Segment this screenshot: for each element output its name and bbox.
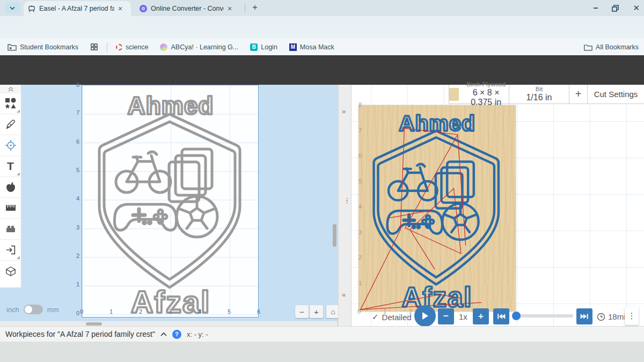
zoom-out-button[interactable]: − bbox=[295, 305, 309, 318]
minimize-button[interactable]: – bbox=[594, 3, 598, 13]
carved-design bbox=[358, 105, 516, 312]
timeline-slider-track[interactable] bbox=[513, 314, 573, 317]
shapes-icon bbox=[4, 97, 17, 110]
horizontal-scrollbar[interactable] bbox=[0, 321, 337, 326]
panel-divider[interactable]: » ⋮ « bbox=[338, 85, 352, 326]
bookmarks-folder-student[interactable]: Student Bookmarks bbox=[8, 43, 78, 51]
units-mm-label: mm bbox=[47, 306, 59, 314]
text-tool-icon: T bbox=[7, 160, 14, 173]
preview-workpiece-wood bbox=[358, 105, 516, 312]
easel-favicon-icon bbox=[28, 5, 35, 12]
shapes-tool-button[interactable] bbox=[0, 93, 21, 114]
speed-down-button[interactable]: − bbox=[438, 308, 454, 324]
text-tool-button[interactable]: T bbox=[0, 156, 21, 177]
bookmarks-bar: Student Bookmarks science ABCya! · Learn… bbox=[0, 39, 644, 55]
preview-ruler-label: 3 bbox=[358, 229, 362, 235]
apps-grid-icon[interactable] bbox=[90, 43, 98, 51]
apps-apple-button[interactable] bbox=[0, 177, 21, 198]
science-favicon-icon bbox=[116, 44, 122, 50]
material-name: Birch Plywood bbox=[463, 81, 509, 88]
ruler-label: 5 bbox=[228, 308, 231, 315]
tab-separator bbox=[245, 4, 245, 12]
submenu-corner bbox=[17, 109, 20, 113]
ruler-label: 0 bbox=[80, 308, 83, 315]
collapse-left-chevrons-icon[interactable]: « bbox=[342, 291, 346, 299]
cut-settings-button[interactable]: Cut Settings bbox=[588, 85, 644, 104]
tool-palette: T bbox=[0, 85, 21, 287]
tab-converter[interactable]: Online Converter - Convert Ima × bbox=[135, 1, 240, 16]
material-size: 6 × 8 × 0.375 in bbox=[463, 88, 509, 107]
ruler-label: 2 bbox=[71, 253, 79, 259]
ruler-label: 4 bbox=[198, 308, 201, 315]
preview-ruler-label: 7 bbox=[358, 127, 362, 134]
3d-view-button[interactable] bbox=[0, 261, 21, 282]
skip-to-end-button[interactable] bbox=[576, 308, 592, 324]
bookmark-abcya[interactable]: ABCya! · Learning G... bbox=[160, 43, 238, 51]
speed-up-button[interactable]: + bbox=[473, 308, 489, 324]
bookmark-mosa-mack[interactable]: M Mosa Mack bbox=[289, 43, 334, 51]
ruler-label: 8 bbox=[71, 82, 79, 88]
bookmark-login[interactable]: B Login bbox=[250, 43, 277, 51]
submenu-corner bbox=[17, 256, 20, 259]
play-button[interactable] bbox=[414, 305, 436, 327]
material-brick-button[interactable] bbox=[0, 219, 21, 240]
origin-tool-button[interactable] bbox=[0, 135, 21, 156]
ruler-tool-button[interactable] bbox=[0, 198, 21, 219]
browser-toolbar: ← → ↻ ⌂ easel.inventables.com/projects/-… bbox=[0, 16, 644, 39]
units-toggle[interactable] bbox=[24, 305, 43, 314]
skip-forward-icon bbox=[580, 313, 589, 320]
ruler-icon bbox=[4, 202, 17, 215]
ruler-label: 2 bbox=[139, 308, 142, 315]
mosa-favicon-icon: M bbox=[289, 43, 297, 51]
tab-close-icon[interactable]: × bbox=[228, 4, 232, 13]
horizontal-scrollbar-thumb[interactable] bbox=[86, 322, 102, 326]
ruler-label: 4 bbox=[71, 195, 79, 202]
close-window-button[interactable]: ✕ bbox=[633, 3, 640, 13]
window-controls: – ✕ bbox=[594, 0, 640, 16]
folder-gear-icon bbox=[8, 43, 17, 51]
detail-toggle[interactable]: ✓ Detailed bbox=[372, 312, 412, 322]
skip-to-start-button[interactable] bbox=[493, 308, 509, 324]
preview-ruler-label: 0 bbox=[357, 308, 361, 315]
chromeos-shelf: zoom Sign out 2 Oct 30 1:42 US bbox=[0, 342, 644, 362]
workpiece[interactable] bbox=[82, 85, 259, 317]
ruler-label: 0 bbox=[71, 310, 79, 316]
chevron-down-icon bbox=[9, 5, 16, 11]
cube-icon bbox=[5, 265, 17, 277]
bit-selector[interactable]: Bit 1/16 in bbox=[509, 85, 569, 104]
login-favicon-icon: B bbox=[250, 43, 258, 51]
timeline-slider-knob[interactable] bbox=[512, 312, 521, 320]
ruler-label: 6 bbox=[257, 308, 260, 315]
expand-right-chevrons-icon[interactable]: » bbox=[342, 107, 346, 115]
bookmark-science[interactable]: science bbox=[116, 43, 148, 51]
preview-ruler-label: 4 bbox=[358, 203, 362, 210]
preview-ruler-label: 5 bbox=[358, 178, 362, 184]
material-selector[interactable]: Birch Plywood 6 × 8 × 0.375 in bbox=[449, 85, 509, 104]
import-tool-button[interactable] bbox=[0, 240, 21, 261]
preview-menu-kebab-icon[interactable]: ⋮ bbox=[625, 307, 639, 325]
ruler-label: 3 bbox=[169, 308, 172, 315]
help-button[interactable]: ? bbox=[172, 330, 181, 339]
clock-icon bbox=[597, 313, 605, 321]
zoom-in-button[interactable]: + bbox=[310, 305, 323, 318]
tab-close-icon[interactable]: × bbox=[118, 4, 122, 13]
apple-icon bbox=[4, 181, 17, 194]
restore-button[interactable] bbox=[612, 5, 619, 12]
vertical-scrollbar-thumb[interactable] bbox=[333, 224, 336, 247]
ruler-label: 7 bbox=[71, 109, 79, 116]
add-bit-button[interactable]: + bbox=[569, 85, 588, 104]
collapse-palette-button[interactable] bbox=[0, 85, 21, 93]
pen-tool-button[interactable] bbox=[0, 114, 21, 135]
tab-easel[interactable]: Easel - A Afzal 7 period family × bbox=[24, 1, 131, 16]
folder-icon bbox=[584, 43, 592, 51]
divider-drag-handle[interactable]: ⋮ bbox=[343, 196, 350, 204]
speed-value: 1x bbox=[459, 312, 467, 321]
collapse-chevron-up-icon[interactable] bbox=[160, 332, 167, 337]
tab-search-button[interactable] bbox=[4, 2, 20, 14]
crosshair-icon bbox=[4, 139, 17, 152]
units-toggle-group: inch mm bbox=[6, 305, 59, 314]
crest-design[interactable] bbox=[82, 85, 259, 318]
new-tab-button[interactable]: + bbox=[249, 2, 261, 13]
all-bookmarks-button[interactable]: All Bookmarks bbox=[584, 43, 639, 51]
preview-ruler-label: 1 bbox=[358, 280, 362, 286]
